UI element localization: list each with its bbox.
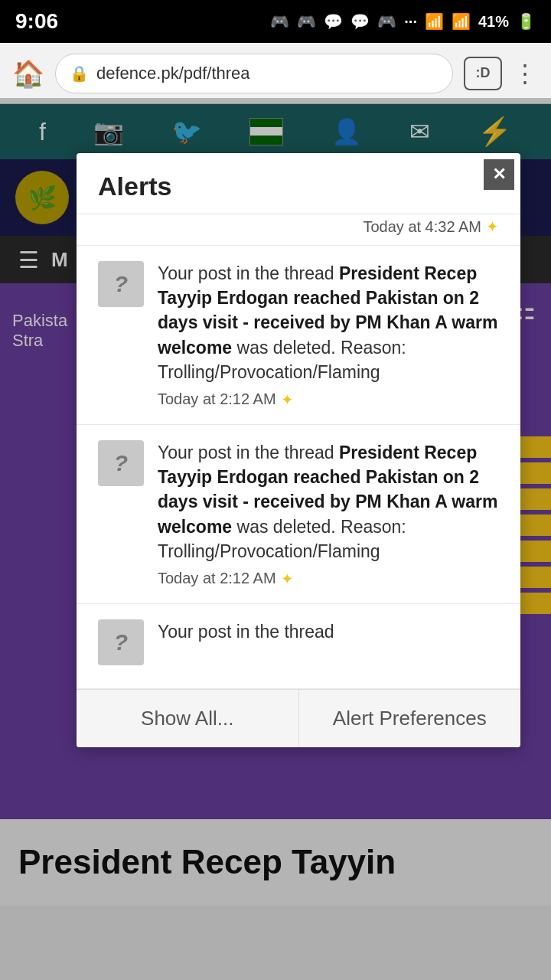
status-time: 9:06 xyxy=(15,9,58,34)
browser-menu-button[interactable]: ⋮ xyxy=(513,59,539,88)
signal-icon: 📶 xyxy=(452,12,471,31)
more-icon: ··· xyxy=(404,13,417,31)
star-icon-2: ✦ xyxy=(281,570,294,588)
home-button[interactable]: 🏠 xyxy=(12,58,44,89)
app-icon-5: 🎮 xyxy=(377,12,396,31)
time-value-2: Today at 2:12 AM xyxy=(158,570,276,587)
time-value-1: Today at 2:12 AM xyxy=(158,390,276,408)
show-all-button[interactable]: Show All... xyxy=(77,690,299,747)
close-button[interactable]: ✕ xyxy=(484,159,514,190)
alert-item-3[interactable]: ? Your post in the thread xyxy=(77,604,520,689)
app-icon-1: 🎮 xyxy=(270,12,289,31)
alert-time-0: Today at 4:32 AM ✦ xyxy=(363,217,499,236)
alerts-title: Alerts xyxy=(98,172,171,201)
status-icons: 🎮 🎮 💬 💬 🎮 ··· 📶 📶 41% 🔋 xyxy=(270,12,536,31)
time-text-0: Today at 4:32 AM xyxy=(363,218,481,236)
alert-item-0: Today at 4:32 AM ✦ xyxy=(77,214,520,246)
tab-label: :D xyxy=(476,65,491,81)
alert-body-3: Your post in the thread xyxy=(158,619,499,644)
battery-text: 41% xyxy=(478,13,509,31)
alert-avatar-3: ? xyxy=(98,619,144,665)
alert-item-2[interactable]: ? Your post in the thread President Rece… xyxy=(77,425,520,604)
alert-preferences-button[interactable]: Alert Preferences xyxy=(299,690,521,747)
alerts-header: Alerts xyxy=(77,153,520,214)
status-bar: 9:06 🎮 🎮 💬 💬 🎮 ··· 📶 📶 41% 🔋 xyxy=(0,0,551,43)
alerts-footer: Show All... Alert Preferences xyxy=(77,689,520,747)
app-icon-4: 💬 xyxy=(350,12,370,31)
alert-text-2: Your post in the thread President Recep … xyxy=(158,440,499,564)
alert-avatar-1: ? xyxy=(98,261,144,307)
url-bar[interactable]: 🔒 defence.pk/pdf/threa xyxy=(55,54,453,93)
alert-item-1[interactable]: ? Your post in the thread President Rece… xyxy=(77,246,520,425)
app-icon-2: 🎮 xyxy=(297,12,316,31)
tab-switcher-button[interactable]: :D xyxy=(464,57,502,90)
alert-text-3: Your post in the thread xyxy=(158,619,499,644)
alert-time-1: Today at 2:12 AM ✦ xyxy=(158,390,499,409)
alert-body-2: Your post in the thread President Recep … xyxy=(158,440,499,588)
alerts-panel: ✕ Alerts Today at 4:32 AM ✦ ? Your post … xyxy=(77,153,520,747)
alerts-list: Today at 4:32 AM ✦ ? Your post in the th… xyxy=(77,214,520,689)
battery-icon: 🔋 xyxy=(517,12,536,31)
star-icon-1: ✦ xyxy=(281,390,294,409)
lock-icon: 🔒 xyxy=(70,64,89,83)
alert-time-2: Today at 2:12 AM ✦ xyxy=(158,570,499,588)
browser-bar: 🏠 🔒 defence.pk/pdf/threa :D ⋮ xyxy=(0,43,551,104)
alert-body-1: Your post in the thread President Recep … xyxy=(158,261,499,409)
alert-text-1: Your post in the thread President Recep … xyxy=(158,261,499,384)
star-icon-0: ✦ xyxy=(486,217,499,236)
app-icon-3: 💬 xyxy=(324,12,343,31)
url-text: defence.pk/pdf/threa xyxy=(96,64,250,83)
wifi-icon: 📶 xyxy=(425,12,444,31)
alert-avatar-2: ? xyxy=(98,440,144,486)
